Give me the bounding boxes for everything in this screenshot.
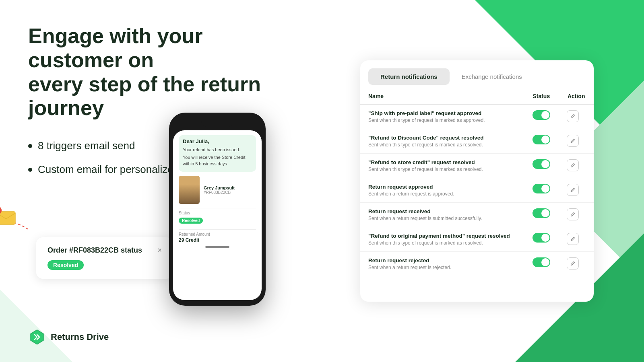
- table-row: Return request approvedSent when a retur…: [360, 178, 594, 203]
- edit-button[interactable]: [567, 184, 579, 196]
- row-subtitle: Sent when a return request is approved.: [368, 191, 516, 197]
- divider: [179, 208, 256, 208]
- row-title: Return request rejected: [368, 257, 516, 263]
- brand-logo: Returns Drive: [28, 328, 298, 346]
- home-bar: [205, 246, 229, 248]
- order-card-header: Order #RF083B22CB status ×: [47, 246, 162, 255]
- col-name: Name: [360, 88, 524, 105]
- amount-value: 29 Credit: [179, 237, 256, 243]
- toggle-switch[interactable]: [533, 135, 550, 144]
- bullet-dot: [28, 168, 32, 172]
- phone-message1: Your refund has been issued.: [183, 147, 252, 153]
- notif-tabs: Return notifications Exchange notificati…: [360, 60, 594, 85]
- order-card: Order #RF083B22CB status × Resolved: [36, 237, 173, 279]
- row-subtitle: Sent when a return request is submitted …: [368, 216, 516, 221]
- row-status-cell: [524, 129, 559, 154]
- phone-notch: [201, 118, 233, 127]
- row-name-cell: Return request receivedSent when a retur…: [360, 203, 524, 227]
- row-subtitle: Sent when this type of request is marked…: [368, 117, 516, 123]
- row-subtitle: Sent when this type of request is marked…: [368, 167, 516, 172]
- row-name-cell: Return request approvedSent when a retur…: [360, 178, 524, 203]
- row-title: "Refund to original payment method" requ…: [368, 233, 516, 239]
- page-content: Engage with your customer on every step …: [0, 0, 644, 362]
- row-subtitle: Sent when this type of request is marked…: [368, 142, 516, 148]
- toggle-knob: [541, 160, 549, 168]
- edit-button[interactable]: [567, 135, 579, 147]
- envelope-icon: !: [0, 209, 16, 228]
- bullet-dot: [28, 144, 32, 148]
- row-name-cell: "Ship with pre-paid label" request appro…: [360, 105, 524, 129]
- toggle-switch[interactable]: [533, 208, 550, 218]
- row-name-cell: "Refund to store credit" request resolve…: [360, 154, 524, 178]
- close-button[interactable]: ×: [157, 246, 162, 255]
- right-panel: Return notifications Exchange notificati…: [322, 0, 644, 362]
- toggle-knob: [541, 136, 549, 144]
- toggle-knob: [541, 209, 549, 217]
- row-status-cell: [524, 105, 559, 129]
- row-subtitle: Sent when this type of request is marked…: [368, 240, 516, 246]
- toggle-switch[interactable]: [533, 233, 550, 243]
- toggle-switch[interactable]: [533, 159, 550, 169]
- product-info: Grey Jumpsuit #RF083B22CB: [204, 185, 256, 195]
- col-status: Status: [524, 88, 559, 105]
- toggle-switch[interactable]: [533, 110, 550, 120]
- row-action-cell: [559, 154, 594, 178]
- row-name-cell: "Refund to Discount Code" request resolv…: [360, 129, 524, 154]
- row-status-cell: [524, 227, 559, 252]
- row-title: Return request approved: [368, 184, 516, 190]
- phone-area: Dear Julia, Your refund has been issued.…: [169, 113, 266, 306]
- toggle-switch[interactable]: [533, 184, 550, 193]
- brand-name: Returns Drive: [51, 332, 109, 342]
- row-action-cell: [559, 227, 594, 252]
- toggle-knob: [541, 111, 549, 119]
- product-name: Grey Jumpsuit: [204, 185, 256, 190]
- row-action-cell: [559, 203, 594, 227]
- table-row: "Refund to original payment method" requ…: [360, 227, 594, 252]
- table-row: Return request rejectedSent when a retur…: [360, 252, 594, 276]
- phone-status-badge: Resolved: [179, 218, 203, 224]
- phone-message2: You will receive the Store Credit within…: [183, 154, 252, 167]
- notifications-table: Name Status Action "Ship with pre-paid l…: [360, 88, 594, 276]
- edit-button[interactable]: [567, 233, 579, 245]
- phone-greeting: Dear Julia,: [183, 138, 252, 144]
- row-title: Return request received: [368, 208, 516, 214]
- status-label: Status: [179, 211, 256, 215]
- edit-button[interactable]: [567, 257, 579, 269]
- col-action: Action: [559, 88, 594, 105]
- row-action-cell: [559, 252, 594, 276]
- main-heading: Engage with your customer on every step …: [28, 24, 298, 120]
- product-image: [179, 176, 200, 204]
- phone-product: Grey Jumpsuit #RF083B22CB: [179, 176, 256, 204]
- phone-screen: Dear Julia, Your refund has been issued.…: [173, 130, 262, 300]
- notifications-card: Return notifications Exchange notificati…: [360, 60, 594, 302]
- resolved-badge: Resolved: [47, 260, 84, 270]
- phone-message-box: Dear Julia, Your refund has been issued.…: [179, 135, 256, 172]
- edit-button[interactable]: [567, 159, 579, 171]
- table-row: "Refund to Discount Code" request resolv…: [360, 129, 594, 154]
- toggle-switch[interactable]: [533, 257, 550, 267]
- tab-exchange-notifications[interactable]: Exchange notifications: [450, 68, 534, 85]
- row-action-cell: [559, 178, 594, 203]
- amount-label: Returned Amount: [179, 232, 256, 237]
- tab-return-notifications[interactable]: Return notifications: [368, 68, 450, 85]
- row-status-cell: [524, 252, 559, 276]
- row-title: "Ship with pre-paid label" request appro…: [368, 110, 516, 116]
- row-status-cell: [524, 178, 559, 203]
- edit-button[interactable]: [567, 208, 579, 220]
- order-card-title: Order #RF083B22CB status: [47, 246, 142, 255]
- notification-bubble: !: [0, 209, 16, 228]
- row-status-cell: [524, 203, 559, 227]
- row-name-cell: "Refund to original payment method" requ…: [360, 227, 524, 252]
- row-title: "Refund to store credit" request resolve…: [368, 159, 516, 165]
- row-action-cell: [559, 105, 594, 129]
- toggle-knob: [541, 258, 549, 266]
- person-silhouette: [179, 176, 200, 204]
- toggle-knob: [541, 234, 549, 242]
- row-name-cell: Return request rejectedSent when a retur…: [360, 252, 524, 276]
- row-subtitle: Sent when a return request is rejected.: [368, 265, 516, 270]
- brand-icon: [28, 328, 46, 346]
- row-status-cell: [524, 154, 559, 178]
- edit-button[interactable]: [567, 110, 579, 122]
- divider: [179, 229, 256, 230]
- left-panel: Engage with your customer on every step …: [0, 0, 322, 362]
